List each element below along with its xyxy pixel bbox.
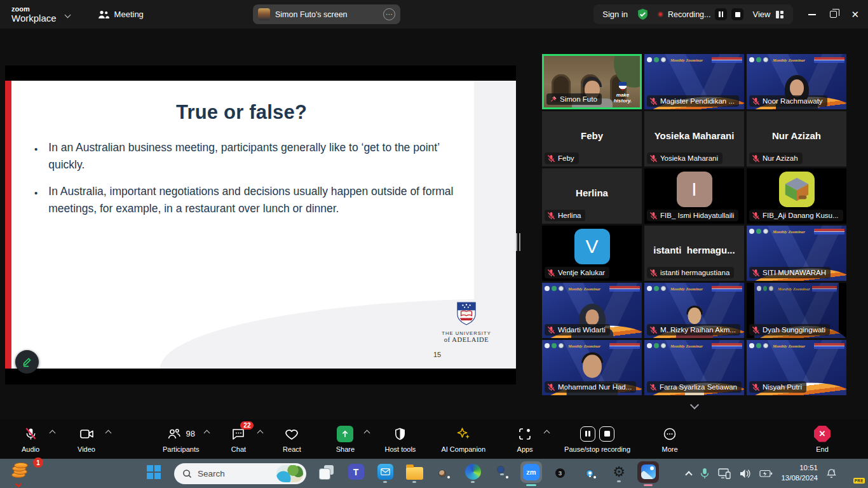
letter-avatar: V [574, 229, 610, 264]
speaker-icon[interactable] [740, 469, 751, 478]
tab-shared-screen[interactable]: Simon Futo's screen ⋯ [253, 4, 400, 24]
taskbar-notification-app[interactable]: 1 [10, 461, 38, 485]
participant-tile[interactable]: Monthly ZoominarM. Rizky Raihan Akm... [644, 283, 744, 338]
participant-tile[interactable]: Nur AzizahNur Azizah [747, 111, 846, 166]
logo-icon [654, 343, 659, 348]
record-label: Pause/stop recording [564, 445, 630, 453]
start-button[interactable] [141, 459, 166, 487]
more-options-icon[interactable]: ⋯ [383, 8, 395, 20]
video-options-caret[interactable] [105, 430, 112, 436]
taskbar-app-mail[interactable] [372, 459, 398, 487]
muted-mic-icon [547, 212, 555, 220]
host-tools-button[interactable]: Host tools [384, 426, 416, 453]
muted-mic-icon [547, 383, 555, 391]
window-minimize-button[interactable] [808, 14, 816, 15]
participants-button[interactable]: 98 Participants [163, 426, 199, 453]
panel-resize-handle[interactable] [516, 233, 520, 251]
participant-name-label: Widarti Widarti [558, 326, 606, 334]
taskbar-app-edge[interactable] [460, 459, 485, 487]
security-shield-icon[interactable] [637, 8, 649, 20]
window-close-button[interactable]: ✕ [851, 9, 859, 20]
participant-tile[interactable]: Monthly ZoominarMohammad Nur Had... [542, 340, 642, 395]
taskbar-app-settings[interactable]: ⚙ [606, 459, 632, 487]
logo-icon [756, 57, 761, 62]
apps-button[interactable]: Apps [511, 426, 539, 453]
tab-meeting[interactable]: Meeting [98, 10, 144, 19]
participant-tile[interactable]: Monthly ZoominarMagister Pendidikan ... [644, 54, 744, 109]
slide-bullet: In Australia, important negotiations and… [34, 183, 466, 217]
video-button[interactable]: Video [72, 426, 100, 453]
stop-recording-button[interactable] [731, 8, 743, 20]
react-button[interactable]: React [278, 426, 306, 453]
sign-in-button[interactable]: Sign in [602, 10, 628, 19]
taskbar-app-file-explorer[interactable] [402, 459, 427, 487]
pause-stop-recording-button[interactable]: Pause/stop recording [564, 426, 630, 453]
pause-recording-icon[interactable] [580, 426, 595, 442]
logo-icon [654, 57, 659, 62]
taskbar-app-photos-active[interactable] [635, 459, 661, 487]
participant-name-label: Dyah Sunggingwati [763, 326, 825, 334]
taskbar-search[interactable]: Search [174, 463, 306, 484]
annotate-button[interactable] [15, 350, 39, 374]
participant-tile[interactable]: Monthly ZoominarSITI MUNAWARAH [747, 226, 846, 281]
taskbar-app-chrome-profile3[interactable] [577, 459, 602, 487]
participants-options-caret[interactable] [204, 430, 210, 436]
pause-recording-button[interactable] [715, 8, 727, 20]
apps-options-caret[interactable] [544, 430, 550, 436]
chevron-down-icon[interactable] [64, 12, 71, 18]
microphone-in-use-icon[interactable] [700, 468, 710, 479]
copilot-icon[interactable]: PRE [845, 465, 862, 482]
audio-options-caret[interactable] [50, 430, 56, 436]
logo-icon [756, 229, 761, 234]
notification-bell-icon[interactable]: z [826, 468, 837, 479]
view-button[interactable]: View [752, 10, 784, 19]
ai-companion-button[interactable]: AI Companion [441, 426, 485, 453]
taskbar-app-zoom-active[interactable]: zm [519, 459, 544, 487]
logo-icon [763, 229, 768, 234]
participant-tile[interactable]: Yosieka MaharaniYosieka Maharani [644, 111, 744, 166]
participant-tile[interactable]: FIB_Aji Danang Kusu... [747, 168, 846, 224]
audio-button[interactable]: Audio [17, 426, 44, 453]
participant-tile[interactable]: Monthly ZoominarNisyah Putri [747, 340, 846, 395]
participant-nametag: M. Rizky Raihan Akm... [647, 324, 740, 336]
participant-tile[interactable]: make history.Simon Futo [542, 54, 642, 109]
muted-mic-icon [752, 97, 760, 105]
chat-button[interactable]: 22 Chat [224, 426, 252, 453]
battery-charging-icon[interactable] [759, 470, 773, 478]
participant-tile[interactable]: Monthly ZoominarFarra Syarliza Setiawan [644, 340, 744, 395]
taskbar-app-chrome-profile2[interactable] [489, 459, 515, 487]
tray-hidden-icons-chevron[interactable] [686, 471, 693, 478]
tray-clock[interactable]: 10:51 13/08/2024 [781, 463, 818, 483]
cast-display-icon[interactable] [718, 468, 731, 479]
logo-icon [647, 286, 652, 291]
participant-tile[interactable]: VVentje Kalukar [542, 226, 642, 281]
stop-recording-icon[interactable] [599, 426, 614, 442]
search-highlight-image[interactable] [276, 465, 303, 482]
search-icon [182, 469, 192, 478]
logo-icon [749, 57, 754, 62]
taskbar-app-whatsapp[interactable]: ✆3 [548, 459, 573, 487]
chat-options-caret[interactable] [257, 430, 264, 436]
teams-icon: T [348, 464, 364, 480]
share-screen-button[interactable]: Share [331, 426, 359, 453]
task-view-button[interactable] [314, 459, 339, 487]
participant-tile[interactable]: Monthly ZoominarWidarti Widarti [542, 283, 642, 338]
share-options-caret[interactable] [364, 430, 370, 436]
taskbar-app-teams[interactable]: T [343, 459, 369, 487]
participant-tile[interactable]: IFIB_ Ismi Hidayatullaili [644, 168, 744, 224]
participant-tile[interactable]: istanti hermagu...istanti hermagustiana [644, 226, 744, 281]
gallery-scroll-down-button[interactable] [686, 402, 703, 412]
logo-icon [763, 57, 768, 62]
participant-tile[interactable]: HerlinaHerlina [542, 168, 642, 224]
window-restore-button[interactable] [830, 11, 837, 18]
video-label: Video [78, 445, 95, 453]
participant-tile[interactable]: Monthly ZoominarDyah Sunggingwati [747, 283, 846, 338]
heart-icon [284, 426, 299, 442]
participant-name-label: Yosieka Maharani [660, 154, 718, 162]
end-meeting-button[interactable]: ✕ End [808, 426, 836, 453]
participant-nametag: Ventje Kalukar [545, 267, 609, 278]
participant-tile[interactable]: Monthly ZoominarNoor Rachmawaty [747, 54, 846, 109]
taskbar-app-chrome-profile1[interactable] [431, 459, 456, 487]
participant-tile[interactable]: FebyFeby [542, 111, 642, 166]
more-button[interactable]: More [656, 426, 684, 453]
